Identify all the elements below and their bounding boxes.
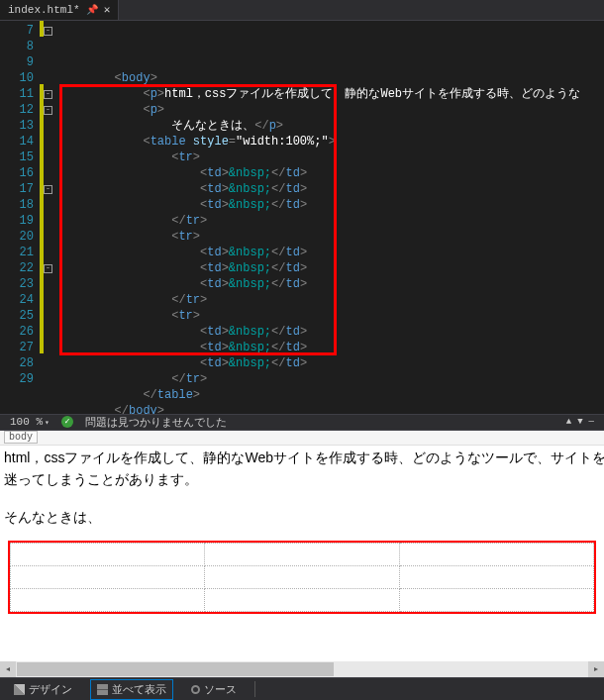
tab-title: index.html* bbox=[8, 4, 80, 16]
tab-index-html[interactable]: index.html* 📌 ✕ bbox=[0, 0, 119, 20]
divider bbox=[254, 681, 255, 697]
preview-paragraph-3: そんなときは、 bbox=[4, 507, 600, 527]
scroll-right-icon[interactable]: ▸ bbox=[588, 661, 604, 677]
preview-pane: html，cssファイルを作成して、静的なWebサイトを作成する時、どのようなツ… bbox=[0, 446, 604, 677]
close-icon[interactable]: ✕ bbox=[104, 3, 111, 16]
view-design-button[interactable]: デザイン bbox=[8, 680, 78, 699]
horizontal-scrollbar[interactable]: ◂ ▸ bbox=[0, 661, 604, 677]
status-right: ▲ ▼ — bbox=[566, 417, 594, 427]
minus-icon[interactable]: — bbox=[589, 417, 594, 427]
line-number-gutter: 7891011121314151617181920212223242526272… bbox=[0, 21, 40, 414]
table-row bbox=[11, 589, 594, 612]
table-row bbox=[11, 544, 594, 566]
pin-icon[interactable]: 📌 bbox=[86, 4, 98, 16]
preview-table[interactable] bbox=[10, 543, 594, 612]
preview-paragraph-2: 迷ってしまうことがあります。 bbox=[4, 469, 600, 489]
tab-bar: index.html* 📌 ✕ bbox=[0, 0, 604, 21]
table-row bbox=[11, 566, 594, 589]
view-split-button[interactable]: 並べて表示 bbox=[90, 679, 173, 700]
scrollbar-thumb[interactable] bbox=[17, 662, 334, 676]
editor-status-bar: 100 % ✓ 問題は見つかりませんでした ▲ ▼ — bbox=[0, 414, 604, 431]
chevron-down-icon[interactable]: ▼ bbox=[577, 417, 582, 427]
annotation-box-preview bbox=[8, 541, 596, 614]
breadcrumb-item[interactable]: body bbox=[4, 431, 38, 444]
design-icon bbox=[14, 684, 25, 695]
zoom-dropdown[interactable]: 100 % bbox=[10, 416, 50, 428]
source-icon bbox=[191, 685, 200, 694]
preview-paragraph-1: html，cssファイルを作成して、静的なWebサイトを作成する時、どのようなツ… bbox=[4, 448, 600, 467]
check-icon: ✓ bbox=[61, 416, 73, 428]
problems-text: 問題は見つかりませんでした bbox=[85, 415, 227, 430]
code-area[interactable]: <body> <p>html，cssファイルを作成して、静的なWebサイトを作成… bbox=[57, 21, 604, 414]
chevron-up-icon[interactable]: ▲ bbox=[566, 417, 571, 427]
code-editor[interactable]: 7891011121314151617181920212223242526272… bbox=[0, 21, 604, 414]
view-toolbar: デザイン 並べて表示 ソース bbox=[0, 677, 604, 700]
view-source-button[interactable]: ソース bbox=[185, 680, 243, 699]
breadcrumb: body bbox=[0, 431, 604, 446]
scroll-left-icon[interactable]: ◂ bbox=[0, 661, 16, 677]
fold-gutter[interactable]: ----- bbox=[44, 21, 57, 414]
split-icon bbox=[97, 684, 108, 695]
